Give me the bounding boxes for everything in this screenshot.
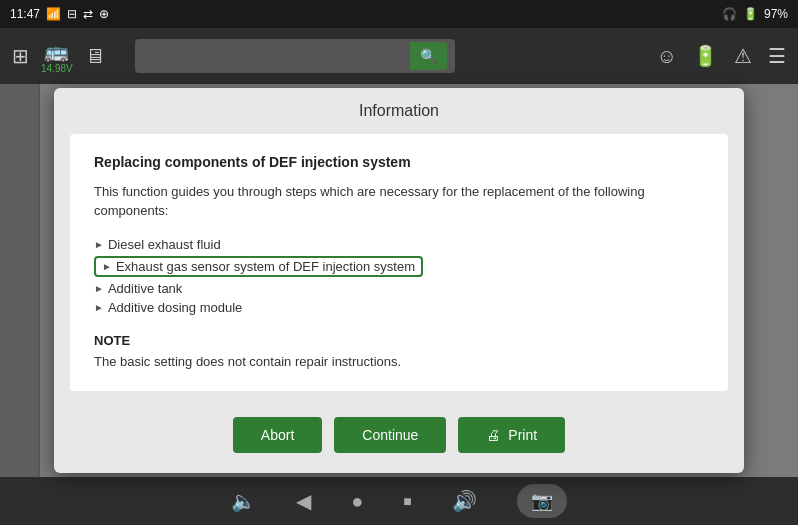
monitor-icon[interactable]: 🖥 bbox=[85, 45, 105, 68]
list-item: ► Diesel exhaust fluid bbox=[94, 235, 704, 254]
bus-icon: 🚌 bbox=[44, 39, 69, 63]
arrow-icon-2: ► bbox=[102, 261, 112, 272]
smiley-icon[interactable]: ☺ bbox=[657, 45, 677, 68]
note-text: The basic setting does not contain repai… bbox=[94, 352, 704, 372]
list-item-text-1: Diesel exhaust fluid bbox=[108, 237, 221, 252]
status-bar: 11:47 📶 ⊟ ⇄ ⊕ 🎧 🔋 97% bbox=[0, 0, 798, 28]
arrow-icon-4: ► bbox=[94, 302, 104, 313]
arrow-icon-3: ► bbox=[94, 283, 104, 294]
battery-percent: 97% bbox=[764, 7, 788, 21]
voltage-label: 14.98V bbox=[41, 63, 73, 74]
modal-footer: Abort Continue 🖨 Print bbox=[54, 407, 744, 473]
status-right: 🎧 🔋 97% bbox=[722, 7, 788, 21]
cast-icon: ⊟ bbox=[67, 7, 77, 21]
modal-list: ► Diesel exhaust fluid ► Exhaust gas sen… bbox=[94, 235, 704, 317]
back-icon[interactable]: ◀ bbox=[296, 489, 311, 513]
battery-nav-icon: 🔋 bbox=[693, 44, 718, 68]
status-time: 11:47 bbox=[10, 7, 40, 21]
sync-icon: ⇄ bbox=[83, 7, 93, 21]
modal-header: Information bbox=[54, 88, 744, 130]
print-label: Print bbox=[508, 427, 537, 443]
home-circle-icon[interactable]: ● bbox=[351, 490, 363, 513]
volume-up-icon[interactable]: 🔊 bbox=[452, 489, 477, 513]
headphone-icon: 🎧 bbox=[722, 7, 737, 21]
status-left: 11:47 📶 ⊟ ⇄ ⊕ bbox=[10, 7, 109, 21]
search-input[interactable] bbox=[143, 48, 410, 64]
search-bar[interactable]: 🔍 bbox=[135, 39, 455, 73]
list-item: ► Additive dosing module bbox=[94, 298, 704, 317]
warning-icon[interactable]: ⚠ bbox=[734, 44, 752, 68]
wifi-icon: ⊕ bbox=[99, 7, 109, 21]
list-item: ► Additive tank bbox=[94, 279, 704, 298]
information-modal: Information Replacing components of DEF … bbox=[54, 88, 744, 474]
arrow-icon-1: ► bbox=[94, 239, 104, 250]
continue-button[interactable]: Continue bbox=[334, 417, 446, 453]
battery-icon: 🔋 bbox=[743, 7, 758, 21]
main-area: Information Replacing components of DEF … bbox=[0, 84, 798, 477]
list-item-text-2: Exhaust gas sensor system of DEF injecti… bbox=[116, 259, 415, 274]
abort-button[interactable]: Abort bbox=[233, 417, 322, 453]
menu-icon[interactable]: ☰ bbox=[768, 44, 786, 68]
print-icon: 🖨 bbox=[486, 427, 500, 443]
modal-description: This function guides you through steps w… bbox=[94, 182, 704, 221]
list-item-highlighted: ► Exhaust gas sensor system of DEF injec… bbox=[94, 254, 704, 279]
list-item-text-4: Additive dosing module bbox=[108, 300, 242, 315]
modal-title: Information bbox=[359, 102, 439, 119]
print-button[interactable]: 🖨 Print bbox=[458, 417, 565, 453]
search-button[interactable]: 🔍 bbox=[410, 42, 447, 70]
top-nav: ⊞ 🚌 14.98V 🖥 🔍 ☺ 🔋 ⚠ ☰ bbox=[0, 28, 798, 84]
camera-icon[interactable]: 📷 bbox=[517, 484, 567, 518]
modal-overlay: Information Replacing components of DEF … bbox=[0, 84, 798, 477]
modal-body-title: Replacing components of DEF injection sy… bbox=[94, 154, 704, 170]
modal-body: Replacing components of DEF injection sy… bbox=[70, 134, 728, 392]
recent-apps-icon[interactable]: ■ bbox=[403, 493, 411, 509]
note-label: NOTE bbox=[94, 333, 704, 348]
grid-icon[interactable]: ⊞ bbox=[12, 44, 29, 68]
nav-icons-right: ☺ 🔋 ⚠ ☰ bbox=[657, 44, 786, 68]
sim-icon: 📶 bbox=[46, 7, 61, 21]
list-item-text-3: Additive tank bbox=[108, 281, 182, 296]
vehicle-icon-group[interactable]: 🚌 14.98V bbox=[41, 39, 73, 74]
nav-icons-left: ⊞ 🚌 14.98V 🖥 bbox=[12, 39, 105, 74]
highlighted-item: ► Exhaust gas sensor system of DEF injec… bbox=[94, 256, 423, 277]
bottom-nav: 🔈 ◀ ● ■ 🔊 📷 bbox=[0, 477, 798, 525]
volume-down-icon[interactable]: 🔈 bbox=[231, 489, 256, 513]
